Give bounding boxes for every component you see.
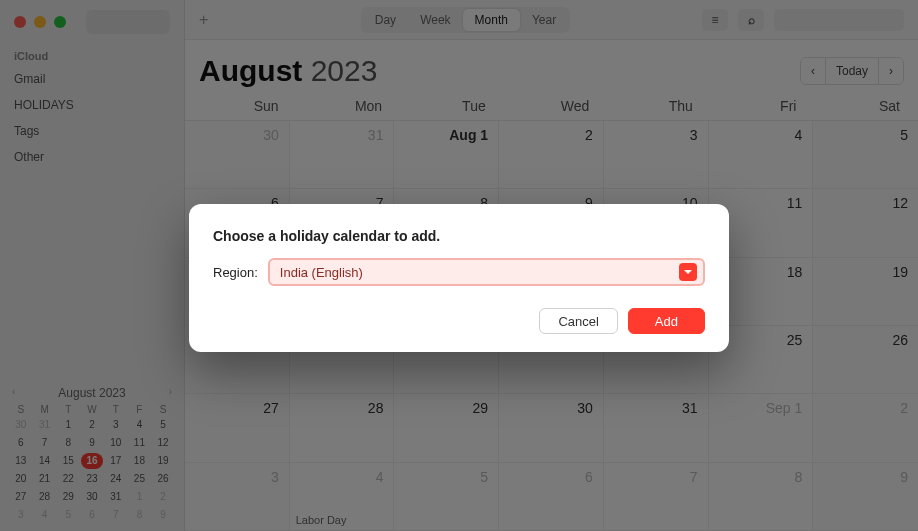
chevron-down-icon — [679, 263, 697, 281]
region-select-value: India (English) — [280, 265, 363, 280]
dialog-title: Choose a holiday calendar to add. — [213, 228, 705, 244]
region-select[interactable]: India (English) — [268, 258, 705, 286]
cancel-button[interactable]: Cancel — [539, 308, 617, 334]
modal-overlay: Choose a holiday calendar to add. Region… — [0, 0, 918, 531]
region-label: Region: — [213, 265, 258, 280]
add-button[interactable]: Add — [628, 308, 705, 334]
add-holiday-dialog: Choose a holiday calendar to add. Region… — [189, 204, 729, 352]
calendar-app: iCloud Gmail HOLIDAYS Tags Other ‹ Augus… — [0, 0, 918, 531]
